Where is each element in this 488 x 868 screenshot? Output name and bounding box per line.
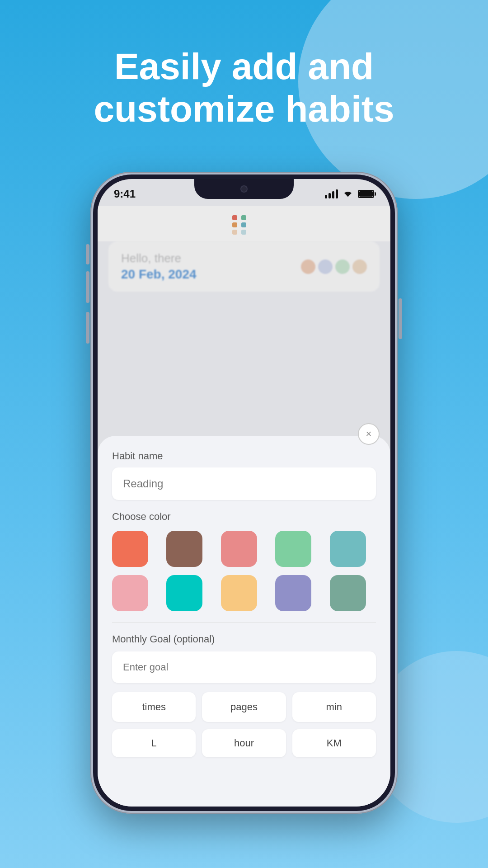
color-swatch-cyan[interactable] [166,575,202,611]
habit-name-input[interactable] [112,467,376,500]
unit-L-button[interactable]: L [112,729,196,757]
add-habit-modal: × Habit name Choose color [98,436,390,807]
color-swatch-light-pink[interactable] [112,575,148,611]
color-swatch-coral[interactable] [112,531,148,567]
modal-container: × Habit name Choose color [98,179,390,807]
color-swatch-teal[interactable] [330,531,366,567]
mute-button [86,244,89,264]
power-button [399,298,402,339]
unit-min-button[interactable]: min [292,692,376,722]
habit-name-label: Habit name [112,450,376,462]
color-swatch-pink-red[interactable] [221,531,257,567]
color-swatch-mint[interactable] [275,531,311,567]
color-swatch-brown[interactable] [166,531,202,567]
phone-frame: 9:41 [90,172,398,814]
unit-times-button[interactable]: times [112,692,196,722]
color-swatch-sage[interactable] [330,575,366,611]
unit-pages-button[interactable]: pages [202,692,286,722]
color-swatch-lavender[interactable] [275,575,311,611]
hero-title: Easily add and customize habits [0,45,488,131]
volume-down-button [86,312,89,344]
phone-mockup: 9:41 [90,172,398,823]
close-button[interactable]: × [358,423,380,445]
phone-inner: 9:41 [93,175,395,811]
unit-buttons-row2: L hour KM [112,729,376,757]
goal-input[interactable] [112,651,376,683]
unit-buttons-row1: times pages min [112,692,376,722]
color-swatch-peach[interactable] [221,575,257,611]
unit-hour-button[interactable]: hour [202,729,286,757]
volume-up-button [86,271,89,303]
choose-color-label: Choose color [112,511,376,523]
color-grid [112,531,376,611]
unit-KM-button[interactable]: KM [292,729,376,757]
divider [112,622,376,623]
phone-screen: 9:41 [98,179,390,807]
monthly-goal-label: Monthly Goal (optional) [112,633,376,645]
